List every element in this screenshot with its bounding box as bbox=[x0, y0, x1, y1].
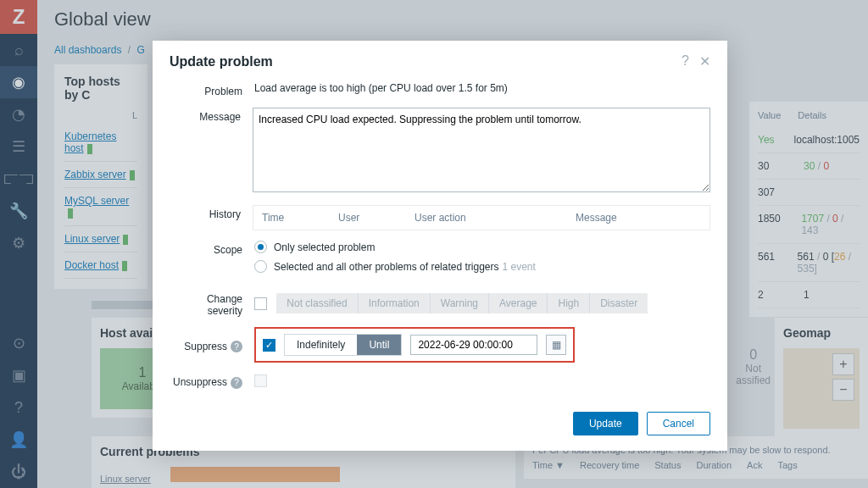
severity-checkbox[interactable] bbox=[254, 297, 267, 310]
modal-close-icon[interactable]: ✕ bbox=[699, 53, 710, 69]
problem-text: Load average is too high (per CPU load o… bbox=[254, 82, 710, 94]
severity-buttons: Not classified Information Warning Avera… bbox=[276, 293, 648, 313]
suppress-indefinitely-toggle[interactable]: Indefinitely bbox=[285, 335, 357, 355]
radio-icon bbox=[254, 241, 267, 253]
scope-option-all[interactable]: Selected and all other problems of relat… bbox=[254, 260, 710, 273]
severity-label: Change severity bbox=[170, 290, 254, 317]
message-textarea[interactable] bbox=[253, 108, 710, 192]
modal-help-icon[interactable]: ? bbox=[682, 53, 689, 69]
scope-label: Scope bbox=[170, 241, 254, 256]
message-label: Message bbox=[170, 108, 253, 123]
unsuppress-checkbox[interactable] bbox=[254, 374, 267, 387]
cancel-button[interactable]: Cancel bbox=[647, 412, 710, 435]
severity-information[interactable]: Information bbox=[359, 293, 431, 313]
suppress-checkbox[interactable] bbox=[263, 339, 275, 352]
update-button[interactable]: Update bbox=[573, 412, 638, 435]
problem-label: Problem bbox=[170, 82, 254, 97]
update-problem-modal: Update problem ? ✕ Problem Load average … bbox=[153, 41, 727, 451]
help-icon[interactable]: ? bbox=[231, 377, 242, 389]
suppress-label: Suppress? bbox=[170, 337, 254, 353]
severity-disaster[interactable]: Disaster bbox=[590, 293, 648, 313]
modal-title: Update problem bbox=[170, 54, 273, 69]
calendar-icon[interactable]: ▦ bbox=[546, 335, 566, 355]
unsuppress-label: Unsuppress? bbox=[170, 373, 254, 389]
severity-high[interactable]: High bbox=[548, 293, 590, 313]
scope-option-selected[interactable]: Only selected problem bbox=[254, 241, 710, 253]
history-label: History bbox=[170, 205, 253, 220]
suppress-highlight: Indefinitely Until ▦ bbox=[254, 327, 575, 363]
severity-not-classified[interactable]: Not classified bbox=[276, 293, 358, 313]
help-icon[interactable]: ? bbox=[231, 341, 242, 352]
suppress-until-toggle[interactable]: Until bbox=[357, 335, 401, 355]
severity-warning[interactable]: Warning bbox=[431, 293, 489, 313]
severity-average[interactable]: Average bbox=[489, 293, 548, 313]
history-header: Time User User action Message bbox=[253, 205, 710, 230]
radio-icon bbox=[254, 260, 267, 273]
suppress-date-input[interactable] bbox=[410, 335, 537, 355]
